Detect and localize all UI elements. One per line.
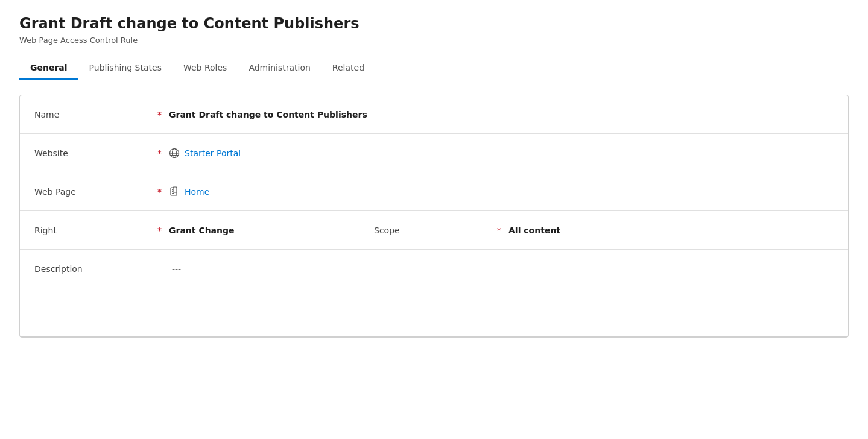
field-row-right: Right * Grant Change Scope * All content <box>20 211 848 250</box>
field-row-website: Website * Starter Portal <box>20 134 848 172</box>
required-star-webpage: * <box>157 187 162 197</box>
empty-spacer-row <box>20 288 848 336</box>
field-value-right: Grant Change <box>169 226 350 235</box>
globe-icon <box>169 148 180 159</box>
page-container: Grant Draft change to Content Publishers… <box>0 0 868 352</box>
tabs-nav: General Publishing States Web Roles Admi… <box>19 57 849 80</box>
field-row-description: Description --- <box>20 250 848 288</box>
form-card: Name * Grant Draft change to Content Pub… <box>19 95 849 338</box>
field-row-name: Name * Grant Draft change to Content Pub… <box>20 95 848 134</box>
field-value-webpage[interactable]: Home <box>169 186 209 197</box>
field-value-name: Grant Draft change to Content Publishers <box>169 110 367 119</box>
required-star-scope: * <box>497 226 501 235</box>
page-title: Grant Draft change to Content Publishers <box>19 14 849 33</box>
tab-administration[interactable]: Administration <box>238 57 321 80</box>
field-label-name: Name <box>34 110 155 119</box>
field-value-website[interactable]: Starter Portal <box>169 148 241 159</box>
svg-rect-9 <box>173 187 177 192</box>
tab-general[interactable]: General <box>19 57 78 80</box>
bottom-divider <box>20 336 848 337</box>
tab-publishing-states[interactable]: Publishing States <box>78 57 173 80</box>
field-value-scope: All content <box>508 226 560 235</box>
field-label-website: Website <box>34 148 155 158</box>
field-row-webpage: Web Page * Home <box>20 172 848 211</box>
required-star-website: * <box>157 148 162 158</box>
field-value-description: --- <box>172 264 181 274</box>
page-subtitle: Web Page Access Control Rule <box>19 36 849 45</box>
field-label-webpage: Web Page <box>34 187 155 197</box>
webpage-link-text: Home <box>185 187 209 197</box>
tab-related[interactable]: Related <box>322 57 375 80</box>
field-label-description: Description <box>34 264 155 274</box>
page-icon <box>169 186 180 197</box>
field-label-scope: Scope <box>374 226 495 235</box>
required-star-name: * <box>157 110 162 119</box>
svg-rect-8 <box>172 193 174 194</box>
tab-web-roles[interactable]: Web Roles <box>173 57 238 80</box>
field-label-right: Right <box>34 226 155 235</box>
website-link-text: Starter Portal <box>185 148 241 158</box>
required-star-right: * <box>157 226 162 235</box>
